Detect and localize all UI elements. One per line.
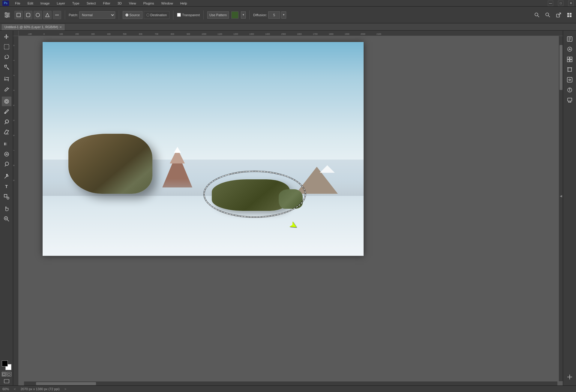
dodge-tool[interactable] [2,160,11,169]
svg-rect-6 [17,13,20,17]
svg-rect-44 [4,143,9,145]
patch-mode-select[interactable]: Normal [79,11,115,19]
use-pattern-btn[interactable]: Use Pattern [207,11,229,19]
status-nav-right[interactable]: > [64,387,66,391]
svg-marker-23 [4,34,8,39]
arrange-icon[interactable] [565,11,574,19]
status-nav-left[interactable]: < [14,387,16,391]
menu-edit[interactable]: Edit [26,1,34,6]
menu-filter[interactable]: Filter [102,1,111,6]
eraser-tool[interactable] [2,127,11,137]
brush-tool[interactable] [2,107,11,116]
heal-tool[interactable] [2,97,11,106]
toolbar-search-icon2[interactable] [544,11,552,19]
svg-rect-65 [567,60,569,62]
diffusion-input[interactable] [268,11,280,19]
menu-type[interactable]: Type [71,1,81,6]
window-minimize[interactable]: — [548,1,553,6]
foreground-color[interactable] [2,361,8,367]
right-panel-bottom-icon[interactable] [565,372,574,382]
standard-mode-btn[interactable] [2,372,6,376]
svg-point-3 [5,12,7,14]
rect-shape-btn[interactable] [14,11,23,19]
type-tool[interactable]: T [2,182,11,191]
separator-3 [173,10,173,19]
select-rect-tool[interactable] [2,42,11,52]
svg-point-11 [57,14,58,15]
shape-tool[interactable] [2,192,11,202]
move-tool[interactable] [2,32,11,41]
magic-wand-tool[interactable] [2,62,11,72]
window-maximize[interactable]: □ [558,1,563,6]
svg-rect-20 [570,13,572,15]
tool-options-icon[interactable] [2,10,12,20]
share-icon[interactable] [554,11,563,19]
scrollbar-horizontal[interactable] [24,381,557,385]
menu-window[interactable]: Window [160,1,174,6]
menu-bar: Ps File Edit Image Layer Type Select Fil… [0,0,576,7]
hand-tool[interactable] [2,204,11,214]
svg-point-8 [36,13,40,17]
transform-shape-btn[interactable] [43,11,52,19]
menu-3d[interactable]: 3D [116,1,123,6]
pattern-swatch[interactable] [231,11,238,19]
right-panel-info2-icon[interactable] [565,85,574,95]
screen-mode-btn[interactable] [2,378,11,384]
rounded-shape-btn[interactable] [24,11,32,19]
destination-label: Destination [150,13,167,17]
more-shape-btn[interactable] [53,11,61,19]
right-panel-toggle[interactable]: ◀ [559,190,563,202]
menu-view[interactable]: View [128,1,137,6]
pen-tool[interactable] [2,172,11,181]
svg-line-16 [548,16,550,17]
right-panel-plugin-icon[interactable] [565,95,574,105]
right-panel-crop-icon[interactable] [565,65,574,74]
clone-stamp-tool[interactable] [2,117,11,127]
svg-point-46 [5,162,8,165]
canvas-area: -100 0 100 200 300 400 500 600 700 800 9… [13,31,563,385]
eyedropper-tool[interactable] [2,85,11,94]
patch-label: Patch: [69,13,78,17]
destination-btn[interactable]: Destination [144,11,170,19]
menu-image[interactable]: Image [39,1,51,6]
menu-select[interactable]: Select [86,1,97,6]
scrollbar-h-thumb[interactable] [36,382,96,385]
right-mountain-snow [320,165,335,173]
lasso-tool[interactable] [2,52,11,62]
canvas-viewport[interactable]: ➤ [19,36,563,385]
patch-group: Patch: Normal [69,11,115,19]
scrollbar-v-thumb[interactable] [560,45,562,90]
scrollbar-vertical[interactable] [559,36,563,381]
menu-file[interactable]: File [14,1,22,6]
menu-help[interactable]: Help [179,1,188,6]
tab-close-btn[interactable]: ✕ [59,25,62,29]
quick-mask-btn[interactable] [7,372,11,376]
document-canvas: ➤ [43,42,364,256]
document-tab[interactable]: Untitled-1 @ 60% (Layer 1, RGB/8#) ✕ [1,24,65,30]
right-panel-color-icon[interactable] [565,44,574,54]
svg-line-26 [7,67,9,70]
menu-layer[interactable]: Layer [56,1,66,6]
right-panel-adjust-icon[interactable] [565,75,574,85]
right-panel-info-icon[interactable] [565,34,574,44]
svg-rect-76 [568,98,572,101]
circle-shape-btn[interactable] [34,11,42,19]
search-icon[interactable] [533,11,541,19]
menu-plugins[interactable]: Plugins [142,1,155,6]
gradient-tool[interactable] [2,139,11,149]
svg-rect-57 [4,379,9,383]
crop-tool[interactable] [2,74,11,84]
zoom-tool[interactable] [2,214,11,224]
ps-logo[interactable]: Ps [2,1,9,6]
source-btn[interactable]: Source [123,11,142,19]
window-close[interactable]: ✕ [568,1,574,6]
ruler-horizontal: -100 0 100 200 300 400 500 600 700 800 9… [19,31,563,36]
blur-tool[interactable] [2,149,11,159]
transparent-checkbox[interactable] [177,13,181,17]
mode-buttons [2,372,11,376]
right-panel-grid-icon[interactable] [565,55,574,64]
svg-point-5 [6,16,8,17]
svg-point-4 [8,14,9,16]
diffusion-dropdown-btn[interactable]: ▼ [281,11,286,19]
pattern-dropdown-btn[interactable]: ▼ [241,11,246,19]
